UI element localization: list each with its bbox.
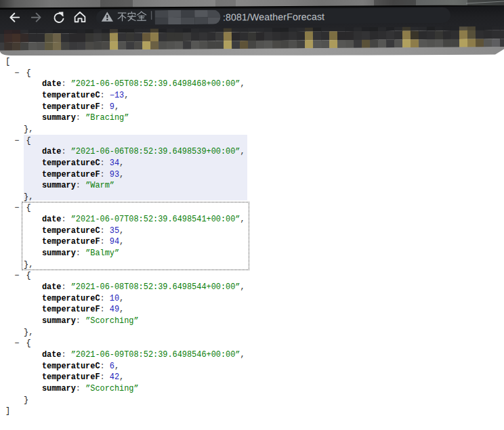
svg-text::8081/WeatherForecast: :8081/WeatherForecast bbox=[223, 11, 324, 22]
